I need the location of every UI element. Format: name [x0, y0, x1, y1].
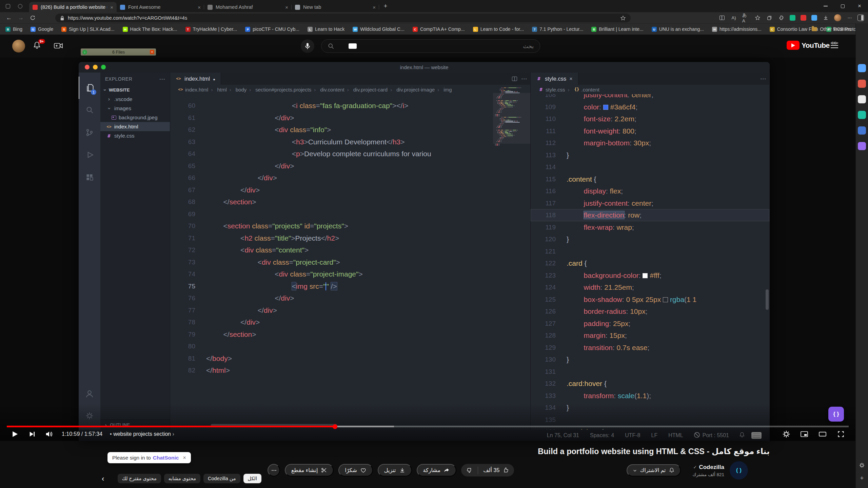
breadcrumb-item[interactable]: div.project-image [388, 87, 435, 93]
tab-actions-icon[interactable] [16, 2, 24, 11]
favorite-item[interactable]: WWildcloud Global C... [353, 26, 405, 32]
video-player[interactable]: index.html — website 1 [0, 58, 855, 441]
clip-button[interactable]: إنشاء مقطع [285, 464, 334, 476]
editor-more-icon[interactable] [760, 75, 766, 82]
thanks-button[interactable]: شكرًا [338, 464, 373, 476]
minimize-button[interactable] [817, 0, 834, 12]
back-button[interactable]: ← [6, 15, 12, 21]
breadcrumb-item[interactable]: .content [565, 87, 599, 93]
new-tab-button[interactable] [381, 2, 390, 11]
chatsonic-toast[interactable]: Please sign in to ChatSonic [107, 452, 191, 463]
next-button[interactable] [27, 429, 37, 439]
address-bar[interactable]: https://www.youtube.com/watch?v=cARGOrti… [55, 14, 631, 22]
sidebar-app-icon[interactable] [858, 111, 866, 119]
download-manager-toast[interactable]: 6 Files [81, 48, 156, 56]
menu-hamburger-icon[interactable] [831, 43, 838, 48]
tab-style-css[interactable]: style.css [531, 73, 578, 85]
settings-dots-icon[interactable]: ⋯ [846, 15, 853, 21]
source-control-icon[interactable] [79, 121, 100, 144]
sidebar-copilot-icon[interactable] [858, 64, 866, 72]
minimap-slider[interactable] [493, 93, 530, 144]
volume-icon[interactable] [44, 429, 54, 439]
breadcrumb-item[interactable]: index.html [178, 87, 208, 93]
tab-close-icon[interactable] [110, 4, 113, 10]
tab-close-icon[interactable] [198, 4, 201, 10]
close-button[interactable] [851, 0, 868, 12]
explorer-file-.vscode[interactable]: .vscode [100, 95, 170, 104]
miniplayer-icon[interactable] [799, 429, 809, 439]
workspaces-icon[interactable] [3, 2, 12, 11]
breadcrumb[interactable]: style.css.content [531, 85, 769, 94]
browser-tab[interactable]: Mohamed Ashraf [204, 2, 292, 12]
tab-close-icon[interactable] [569, 76, 572, 82]
favorite-item[interactable]: GGoogle [31, 26, 53, 32]
translate-icon[interactable]: あA [742, 15, 749, 21]
related-chip[interactable]: محتوى مقترح لك [118, 474, 161, 483]
modified-dot-icon[interactable] [213, 76, 215, 82]
breadcrumb[interactable]: index.htmlhtmlbodysection#projects.proje… [170, 85, 530, 94]
browser-tab[interactable]: (826) Build a portfolio website u... [29, 2, 117, 12]
sidebar-app-icon[interactable] [858, 80, 866, 88]
sidebar-app-icon[interactable] [858, 126, 866, 135]
favorites-icon[interactable] [754, 15, 761, 21]
extension-idm-icon[interactable] [790, 15, 795, 21]
favorite-item[interactable]: 77.1 Python - Lectur... [532, 26, 583, 32]
downloads-icon[interactable] [822, 15, 829, 21]
code-widget-button[interactable]: { } [828, 407, 844, 422]
related-chip[interactable]: من Codezilla [203, 474, 240, 483]
browser-tab[interactable]: New tab [292, 2, 379, 12]
collections-icon[interactable] [766, 15, 773, 21]
breadcrumb-item[interactable]: html [208, 87, 226, 93]
tab-close-icon[interactable] [373, 4, 376, 10]
favorite-item[interactable]: UUNU is an exchang... [652, 26, 704, 32]
close-icon[interactable] [183, 455, 186, 461]
theater-mode-icon[interactable] [817, 429, 828, 439]
forward-button[interactable]: → [18, 15, 24, 21]
channel-avatar[interactable]: ( ) [730, 461, 748, 480]
dislike-button[interactable] [461, 464, 478, 476]
share-button[interactable]: مشاركة [417, 464, 457, 476]
run-debug-icon[interactable] [79, 144, 100, 166]
favorites-star-icon[interactable] [620, 15, 626, 21]
explorer-file-images[interactable]: images [100, 104, 170, 113]
channel-name[interactable]: Codezilla [699, 464, 724, 471]
sidebar-app-icon[interactable] [858, 95, 866, 103]
favorite-item[interactable]: BBrilliant | Learn inte... [591, 26, 643, 32]
favorite-item[interactable]: CCompTIA A+ Comp... [413, 26, 465, 32]
account-icon[interactable] [79, 382, 100, 405]
related-chip[interactable]: الكل [243, 474, 261, 483]
favorite-item[interactable]: LLearn to Hack [308, 26, 344, 32]
favorite-item[interactable]: LLearn to Code - for... [473, 26, 524, 32]
create-video-icon[interactable] [54, 41, 64, 52]
refresh-button[interactable] [30, 15, 36, 21]
chips-scroll-arrow[interactable] [102, 474, 104, 483]
more-actions-button[interactable] [268, 464, 280, 476]
voice-search-button[interactable] [301, 39, 314, 53]
toast-close-icon[interactable] [150, 50, 154, 54]
notifications-bell-icon[interactable]: 9+ [33, 41, 43, 51]
explorer-file-background.jpeg[interactable]: background.jpeg [100, 113, 170, 122]
sidebar-settings-icon[interactable] [859, 462, 865, 469]
sidebar-toggle-icon[interactable] [857, 15, 864, 21]
breadcrumb-item[interactable]: img [435, 87, 452, 93]
explorer-more-icon[interactable] [159, 76, 165, 83]
breadcrumb-item[interactable]: div.project-card [344, 87, 388, 93]
favorite-item[interactable]: CConsortio Law Firm [770, 26, 818, 32]
explorer-root-folder[interactable]: › WEBSITE [100, 85, 170, 95]
sidebar-add-icon[interactable]: + [860, 475, 864, 482]
user-avatar[interactable] [12, 40, 25, 53]
split-screen-icon[interactable] [718, 15, 725, 21]
breadcrumb-item[interactable]: div.content [311, 87, 344, 93]
download-button[interactable]: تنزيل [378, 464, 412, 476]
chatsonic-link[interactable]: ChatSonic [153, 455, 179, 461]
favorite-item[interactable]: Hhttps://admissions... [712, 26, 762, 32]
youtube-logo[interactable]: YouTube EG [787, 41, 837, 50]
fullscreen-icon[interactable] [836, 429, 846, 439]
favorite-item[interactable]: BBing [5, 26, 22, 32]
tab-close-icon[interactable] [285, 4, 288, 10]
sidebar-app-icon[interactable] [858, 142, 866, 150]
subscribed-button[interactable]: تم الاشتراك [627, 464, 681, 476]
search-input[interactable]: بحث [321, 39, 540, 53]
code-editor-html[interactable]: 60<i class="fas fa-graduation-cap"></i>6… [170, 94, 530, 430]
related-chip[interactable]: محتوى مشابه [164, 474, 200, 483]
